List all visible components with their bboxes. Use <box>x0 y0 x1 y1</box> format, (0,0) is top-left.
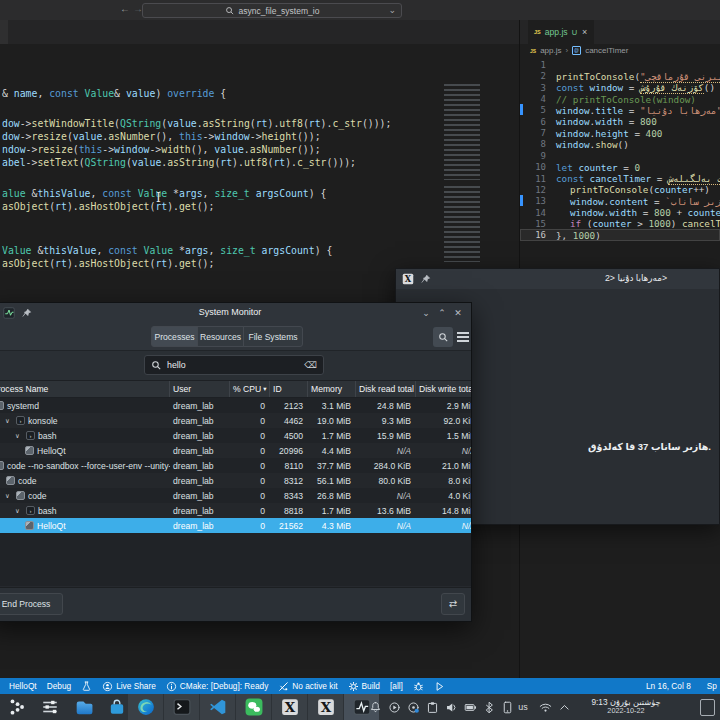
tab-appjs[interactable]: JS app.js U × <box>528 20 594 44</box>
tray-item-battery[interactable] <box>461 694 479 720</box>
right-editor[interactable]: 12printToConsole("كۆزنەكتىن بىرنى قۇرماق… <box>520 58 720 268</box>
task-button-edge[interactable] <box>128 694 163 720</box>
xapp-icon: X <box>317 698 335 716</box>
table-row[interactable]: HelloQtdream_lab0209964.4 MiBN/AN/A <box>0 443 472 458</box>
system-monitor-window[interactable]: System Monitor ⌄ ⌃ ✕ Processes Resources… <box>0 302 472 622</box>
table-header[interactable]: Process NameUser% CPU▾IDMemoryDisk read … <box>0 380 472 398</box>
vscode-titlebar: ← → async_file_system_io ⌄ <box>0 0 720 20</box>
tray-item-volume[interactable] <box>442 694 460 720</box>
chevron-down-icon[interactable]: ⌄ <box>388 5 396 15</box>
column-header-memory[interactable]: Memory <box>308 381 356 397</box>
breadcrumb[interactable]: JS app.js › @ cancelTimer <box>520 44 720 57</box>
close-icon[interactable]: × <box>582 27 587 37</box>
minimap[interactable] <box>444 186 480 262</box>
process-id: 2123 <box>270 401 308 411</box>
column-header-disk-read-total[interactable]: Disk read total <box>356 381 416 397</box>
pin-icon[interactable] <box>21 308 32 319</box>
process-cpu: 0 <box>230 461 270 471</box>
process-disk-read: 9.3 MiB <box>356 416 416 426</box>
tray-item-media[interactable] <box>385 694 403 720</box>
chevron-down-icon[interactable]: ∨ <box>0 477 3 485</box>
tools-icon <box>278 681 289 692</box>
table-row[interactable]: ∨›bashdream_lab045001.7 MiB15.9 MiB1.5 M… <box>0 428 472 443</box>
chevron-down-icon[interactable]: ∨ <box>5 417 13 425</box>
tray-item-chevron-up[interactable] <box>555 694 573 720</box>
qt-window-title: مەرھابا دۇنيا <2> <box>536 273 720 283</box>
table-row[interactable]: ∨codedream_lab0834326.8 MiBN/A4.0 KiB <box>0 488 472 503</box>
search-toggle-button[interactable] <box>433 327 453 347</box>
process-memory: 4.4 MiB <box>308 446 356 456</box>
column-header-id[interactable]: ID <box>270 381 308 397</box>
tab-resources[interactable]: Resources <box>197 326 244 347</box>
tray-item-clipboard[interactable] <box>423 694 441 720</box>
tray-item-wifi[interactable] <box>536 694 554 720</box>
chevron-down-icon[interactable]: ∨ <box>5 492 13 500</box>
statusbar-item[interactable]: HelloQt <box>4 678 42 694</box>
statusbar-item[interactable]: Live Share <box>97 678 161 694</box>
command-center-search[interactable]: async_file_system_io ⌄ <box>142 3 402 18</box>
sliders-launcher[interactable] <box>37 694 63 720</box>
show-desktop-button[interactable] <box>700 699 715 716</box>
task-button-vscode[interactable] <box>200 694 235 720</box>
task-button-konsole[interactable] <box>164 694 199 720</box>
kickoff-launcher[interactable] <box>4 694 30 720</box>
tray-item-kbd-us[interactable]: us <box>514 694 532 720</box>
statusbar-item-label: [all] <box>390 681 403 691</box>
statusbar-item[interactable]: CMake: [Debug]: Ready <box>161 678 274 694</box>
statusbar-item[interactable]: Debug <box>42 678 76 694</box>
process-disk-write: 1.5 MiB <box>416 431 472 441</box>
close-icon[interactable]: ✕ <box>451 306 465 320</box>
task-button-xapp[interactable]: X <box>308 694 343 720</box>
process-cpu: 0 <box>230 401 270 411</box>
spaces-indicator[interactable]: Sp <box>707 681 717 691</box>
tab-label: app.js <box>545 27 568 37</box>
column-header--cpu[interactable]: % CPU▾ <box>230 381 270 397</box>
column-header-user[interactable]: User <box>170 381 230 397</box>
table-row[interactable]: systemddream_lab021233.1 MiB24.8 MiB2.9 … <box>0 398 472 413</box>
statusbar-item[interactable]: [all] <box>385 678 408 694</box>
chevron-down-icon[interactable]: ∨ <box>15 432 23 440</box>
table-row[interactable]: code --no-sandbox --force-user-env --uni… <box>0 458 472 473</box>
gear-icon <box>348 681 359 692</box>
table-row[interactable]: ∨codedream_lab0831256.1 MiB80.0 KiB8.0 K… <box>0 473 472 488</box>
breadcrumb-symbol[interactable]: cancelTimer <box>585 46 628 55</box>
tab-file-systems[interactable]: File Systems <box>243 326 303 347</box>
table-row[interactable]: HelloQtdream_lab0215624.3 MiBN/AN/A <box>0 518 472 533</box>
back-icon[interactable]: ← <box>120 3 130 14</box>
menu-icon[interactable] <box>457 332 469 342</box>
statusbar-item[interactable]: Build <box>343 678 385 694</box>
end-process-button[interactable]: End Process <box>0 593 63 615</box>
statusbar-item[interactable] <box>429 678 450 694</box>
clear-icon[interactable]: ⌫ <box>304 360 317 370</box>
column-header-disk-write-total[interactable]: Disk write total <box>416 381 472 397</box>
wifi-icon <box>539 701 552 714</box>
tray-item-bell[interactable] <box>366 694 384 720</box>
table-row[interactable]: ∨›konsoledream_lab0446219.0 MiB9.3 MiB92… <box>0 413 472 428</box>
minimize-icon[interactable]: ⌄ <box>419 306 433 320</box>
process-id: 8818 <box>270 506 308 516</box>
statusbar-item[interactable] <box>76 678 97 694</box>
breadcrumb-file[interactable]: app.js <box>540 46 561 55</box>
chevron-down-icon[interactable]: ∨ <box>15 507 23 515</box>
process-icon <box>0 461 4 470</box>
tray-item-update[interactable] <box>404 694 422 720</box>
maximize-icon[interactable]: ⌃ <box>435 306 449 320</box>
configure-columns-button[interactable]: ⇄ <box>441 593 465 615</box>
volume-icon <box>445 701 458 714</box>
statusbar-item[interactable] <box>408 678 429 694</box>
pin-icon[interactable] <box>420 274 431 285</box>
folder-launcher[interactable] <box>71 694 97 720</box>
tab-processes[interactable]: Processes <box>151 326 198 347</box>
task-button-xapp[interactable]: X <box>272 694 307 720</box>
task-button-wechat[interactable] <box>236 694 271 720</box>
discover-launcher[interactable] <box>104 694 130 720</box>
minimap[interactable] <box>444 84 480 180</box>
table-row[interactable]: ∨›bashdream_lab088181.7 MiB13.6 MiB14.8 … <box>0 503 472 518</box>
column-header-process-name[interactable]: Process Name <box>0 381 170 397</box>
line-col-indicator[interactable]: Ln 16, Col 8 <box>646 681 691 691</box>
tray-item-bluetooth[interactable] <box>480 694 498 720</box>
clock[interactable]: 9:13 چۈشتىن بۇرۇن 2022-10-22 <box>586 695 666 715</box>
command-center-text: async_file_system_io <box>239 6 320 16</box>
search-input[interactable]: hello ⌫ <box>144 355 324 375</box>
statusbar-item[interactable]: No active kit <box>273 678 342 694</box>
